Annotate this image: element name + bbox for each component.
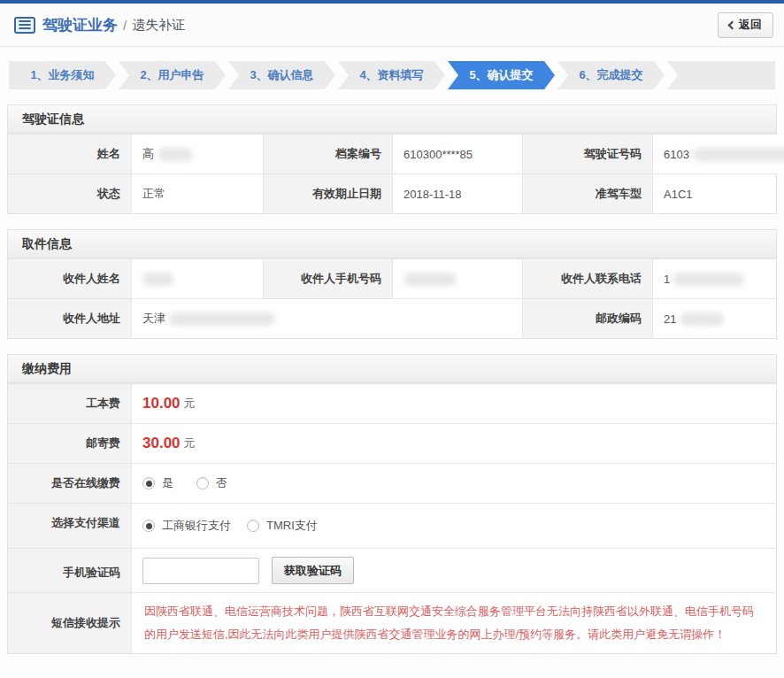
- payment-title: 缴纳费用: [8, 355, 776, 383]
- back-button-label: 返回: [739, 17, 762, 33]
- table-row: 选择支付渠道 工商银行支付 TMRI支付: [8, 503, 776, 548]
- redacted-value: [673, 273, 744, 286]
- footer-actions: 上一步 完成: [0, 654, 784, 678]
- license-no-value: 6103: [653, 135, 784, 173]
- recipient-mobile-value: [393, 259, 523, 298]
- table-row: 收件人姓名 收件人手机号码 收件人联系电话 1: [8, 258, 776, 298]
- online-pay-option-no[interactable]: 否: [196, 475, 227, 491]
- license-no-label: 驾驶证号码: [523, 135, 653, 173]
- redacted-value: [142, 273, 174, 286]
- work-fee-label: 工本费: [8, 384, 132, 423]
- online-pay-options: 是 否: [132, 464, 776, 503]
- sms-notice-text: 因陕西省联通、电信运营商技术问题，陕西省互联网交通安全综合服务管理平台无法向持陕…: [132, 593, 776, 653]
- page-header: 驾驶证业务 / 遗失补证 返回: [0, 4, 784, 47]
- step-2[interactable]: 2、用户申告: [119, 61, 226, 89]
- recipient-name-value: [132, 259, 264, 298]
- page: 驾驶证业务 / 遗失补证 返回 1、业务须知 2、用户申告 3、确认信息 4、资…: [0, 0, 784, 678]
- radio-unselected-icon[interactable]: [196, 477, 209, 489]
- recipient-mobile-label: 收件人手机号码: [264, 259, 393, 298]
- step-1[interactable]: 1、业务须知: [9, 61, 116, 89]
- pickup-info-section: 取件信息 收件人姓名 收件人手机号码 收件人联系电话 1 收件人地址 天津 邮政…: [7, 229, 777, 339]
- postal-code-label: 邮政编码: [523, 299, 653, 338]
- step-bar-filler: [667, 61, 775, 89]
- recipient-address-value: 天津: [132, 299, 523, 338]
- pay-channel-options: 工商银行支付 TMRI支付: [132, 504, 776, 548]
- sms-code-label: 手机验证码: [8, 549, 132, 592]
- file-no-value: 610300****85: [393, 135, 523, 173]
- recipient-name-label: 收件人姓名: [8, 259, 132, 298]
- mail-fee-value: 30.00元: [132, 424, 776, 463]
- table-row: 是否在线缴费 是 否: [8, 463, 776, 503]
- radio-unselected-icon[interactable]: [247, 520, 259, 532]
- table-row: 姓名 高 档案编号 610300****85 驾驶证号码 6103: [8, 134, 776, 173]
- license-info-title: 驾驶证信息: [8, 105, 776, 134]
- work-fee-value: 10.00元: [132, 384, 776, 423]
- sms-code-cell: 获取验证码: [132, 549, 776, 592]
- page-title: 驾驶证业务: [42, 15, 118, 35]
- breadcrumb-separator: /: [123, 18, 127, 33]
- table-row: 收件人地址 天津 邮政编码 21: [8, 298, 776, 338]
- status-label: 状态: [8, 174, 132, 213]
- redacted-value: [404, 273, 457, 286]
- sms-code-input[interactable]: [142, 558, 259, 584]
- channel-option-tmri[interactable]: TMRI支付: [247, 518, 318, 534]
- get-code-button[interactable]: 获取验证码: [272, 557, 354, 584]
- radio-selected-icon[interactable]: [142, 520, 155, 532]
- breadcrumb-current: 遗失补证: [132, 17, 185, 34]
- mail-fee-label: 邮寄费: [8, 424, 132, 463]
- step-6[interactable]: 6、完成提交: [557, 61, 665, 89]
- back-button[interactable]: 返回: [718, 12, 773, 38]
- file-no-label: 档案编号: [264, 135, 393, 173]
- step-5-active[interactable]: 5、确认提交: [448, 61, 555, 89]
- redacted-value: [680, 312, 724, 326]
- step-4[interactable]: 4、资料填写: [338, 61, 445, 89]
- sms-notice-label: 短信接收提示: [8, 593, 132, 653]
- redacted-value: [693, 148, 784, 161]
- postal-code-value: 21: [653, 299, 776, 338]
- back-chevron-icon: [728, 20, 737, 29]
- table-row: 手机验证码 获取验证码: [8, 548, 776, 592]
- vehicle-class-value: A1C1: [653, 174, 776, 213]
- recipient-address-label: 收件人地址: [8, 299, 132, 338]
- license-list-icon: [14, 17, 35, 34]
- name-label: 姓名: [8, 135, 132, 173]
- redacted-value: [158, 148, 193, 161]
- online-pay-label: 是否在线缴费: [8, 464, 132, 503]
- payment-section: 缴纳费用 工本费 10.00元 邮寄费 30.00元 是否在线缴费 是 否: [7, 354, 777, 654]
- pay-channel-label: 选择支付渠道: [8, 504, 132, 548]
- license-info-section: 驾驶证信息 姓名 高 档案编号 610300****85 驾驶证号码 6103 …: [7, 104, 777, 214]
- table-row: 工本费 10.00元: [8, 383, 776, 423]
- table-row: 状态 正常 有效期止日期 2018-11-18 准驾车型 A1C1: [8, 173, 776, 213]
- channel-option-icbc[interactable]: 工商银行支付: [142, 518, 231, 534]
- name-value: 高: [132, 135, 264, 173]
- vehicle-class-label: 准驾车型: [523, 174, 653, 213]
- radio-selected-icon[interactable]: [142, 477, 155, 489]
- expiry-label: 有效期止日期: [264, 174, 393, 213]
- table-row: 短信接收提示 因陕西省联通、电信运营商技术问题，陕西省互联网交通安全综合服务管理…: [8, 592, 776, 653]
- recipient-phone-value: 1: [653, 259, 776, 298]
- expiry-value: 2018-11-18: [393, 174, 523, 213]
- redacted-value: [169, 312, 275, 326]
- online-pay-option-yes[interactable]: 是: [142, 475, 173, 491]
- step-wizard: 1、业务须知 2、用户申告 3、确认信息 4、资料填写 5、确认提交 6、完成提…: [9, 61, 775, 89]
- step-3[interactable]: 3、确认信息: [228, 61, 335, 89]
- status-value: 正常: [132, 174, 264, 213]
- pickup-info-title: 取件信息: [8, 230, 776, 258]
- table-row: 邮寄费 30.00元: [8, 423, 776, 463]
- recipient-phone-label: 收件人联系电话: [523, 259, 653, 298]
